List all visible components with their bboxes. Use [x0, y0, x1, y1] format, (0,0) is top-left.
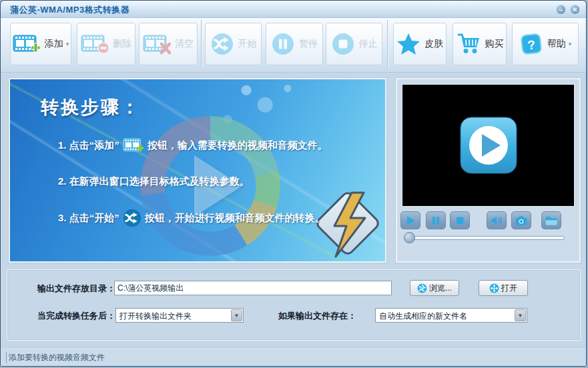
- preview-pause-button[interactable]: [426, 211, 446, 229]
- statusbar: 添加要转换的视频音频文件: [1, 347, 586, 366]
- start-shuffle-icon: [123, 209, 141, 227]
- seek-slider-thumb[interactable]: [404, 232, 415, 243]
- skin-button[interactable]: 皮肤: [393, 23, 447, 65]
- clear-button-label: 清空: [175, 38, 194, 50]
- chevron-down-icon: ▾: [569, 41, 572, 47]
- stop-button[interactable]: 停止: [326, 23, 382, 65]
- skin-button-label: 皮肤: [424, 38, 443, 50]
- instruction-step-1: 1. 点击“添加” 按钮，输入需要转换的视频和音频文件。: [58, 137, 328, 154]
- output-dir-input[interactable]: [114, 281, 392, 295]
- open-button-label: 打开: [501, 283, 517, 294]
- titlebar: 蒲公英-WMA/MP3格式转换器 – ✕: [1, 1, 586, 18]
- after-task-label: 当完成转换任务后：: [37, 310, 115, 322]
- help-button[interactable]: ? 帮助 ▾: [512, 23, 579, 65]
- volume-icon: [489, 214, 504, 227]
- delete-button-label: 删除: [113, 38, 131, 50]
- minimize-button[interactable]: –: [556, 5, 566, 15]
- film-clear-icon: [143, 33, 171, 55]
- close-icon: ✕: [572, 6, 577, 13]
- folder-icon: [544, 214, 559, 227]
- window-title: 蒲公英-WMA/MP3格式转换器: [10, 4, 129, 16]
- output-settings-group: 输出文件存放目录： 浏览... 打开 当完成转换任务后： 打开转换输出文件夹 ▼…: [7, 269, 581, 341]
- video-preview: [402, 84, 575, 207]
- film-add-icon: [123, 137, 144, 154]
- instruction-step-3: 3. 点击“开始” 按钮，开始进行视频和音频文件的转换。: [58, 209, 325, 227]
- after-task-value: 打开转换输出文件夹: [119, 311, 192, 322]
- if-exists-select[interactable]: 自动生成相应的新文件名 ▼: [375, 308, 527, 323]
- lightning-bolt-icon: [321, 191, 374, 258]
- delete-button[interactable]: 删除: [77, 23, 135, 65]
- pause-circle-icon: [271, 32, 295, 56]
- preview-panel: [396, 78, 581, 263]
- open-button[interactable]: 打开: [479, 280, 528, 296]
- pause-button[interactable]: 暂停: [266, 23, 323, 65]
- instructions-panel: 转换步骤： 1. 点击“添加” 按钮，输入需要转换的视频和音频文件。 2. 在新…: [9, 78, 386, 263]
- toolbar-separator: [387, 20, 388, 69]
- chevron-down-icon[interactable]: ▼: [231, 309, 242, 321]
- if-exists-value: 自动生成相应的新文件名: [379, 311, 467, 322]
- minimize-icon: –: [559, 6, 563, 13]
- start-shuffle-icon: [210, 32, 234, 56]
- close-button[interactable]: ✕: [570, 5, 580, 15]
- buy-button[interactable]: 购买: [453, 23, 507, 65]
- stop-button-label: 停止: [359, 38, 378, 50]
- preview-play-button[interactable]: [400, 211, 420, 229]
- instruction-step-2: 2. 在新弹出窗口选择目标格式及转换参数。: [58, 175, 250, 188]
- toolbar: 添加 ▾ 删除: [1, 18, 586, 73]
- clear-button[interactable]: 清空: [139, 23, 198, 65]
- after-task-select[interactable]: 打开转换输出文件夹 ▼: [115, 308, 244, 323]
- browse-button[interactable]: 浏览...: [410, 280, 459, 296]
- big-play-icon[interactable]: [458, 115, 519, 175]
- instructions-heading: 转换步骤：: [41, 95, 141, 119]
- preview-stop-button[interactable]: [450, 211, 470, 229]
- skin-star-icon: [396, 33, 420, 55]
- chevron-down-icon[interactable]: ▼: [515, 309, 526, 321]
- svg-text:?: ?: [527, 37, 536, 52]
- output-dir-label: 输出文件存放目录：: [37, 283, 115, 295]
- app-window: 蒲公英-WMA/MP3格式转换器 – ✕ 添加 ▾: [0, 0, 587, 367]
- play-icon: [403, 214, 418, 227]
- volume-button[interactable]: [487, 211, 507, 229]
- open-folder-button[interactable]: [541, 211, 561, 229]
- chevron-down-icon: ▾: [66, 41, 69, 47]
- seek-slider[interactable]: [404, 236, 565, 240]
- start-button[interactable]: 开始: [205, 23, 262, 65]
- help-icon: ?: [519, 32, 543, 56]
- add-button[interactable]: 添加 ▾: [10, 23, 71, 65]
- add-button-label: 添加: [45, 38, 63, 50]
- buy-button-label: 购买: [485, 38, 504, 50]
- status-text: 添加要转换的视频音频文件: [6, 352, 105, 363]
- toolbar-separator: [201, 20, 202, 69]
- browse-button-label: 浏览...: [429, 283, 452, 294]
- browse-aperture-icon: [417, 283, 427, 293]
- snapshot-icon: [514, 214, 529, 227]
- buy-cart-icon: [456, 33, 481, 55]
- start-button-label: 开始: [238, 38, 257, 50]
- help-button-label: 帮助: [547, 38, 566, 50]
- snapshot-button[interactable]: [511, 211, 531, 229]
- film-reel-icon: [489, 283, 499, 293]
- stop-icon: [453, 214, 467, 227]
- pause-icon: [428, 214, 443, 227]
- film-add-icon: [13, 33, 41, 55]
- stop-circle-icon: [331, 32, 355, 56]
- pause-button-label: 暂停: [299, 38, 318, 50]
- film-delete-icon: [81, 33, 109, 55]
- if-exists-label: 如果输出文件存在：: [278, 310, 356, 322]
